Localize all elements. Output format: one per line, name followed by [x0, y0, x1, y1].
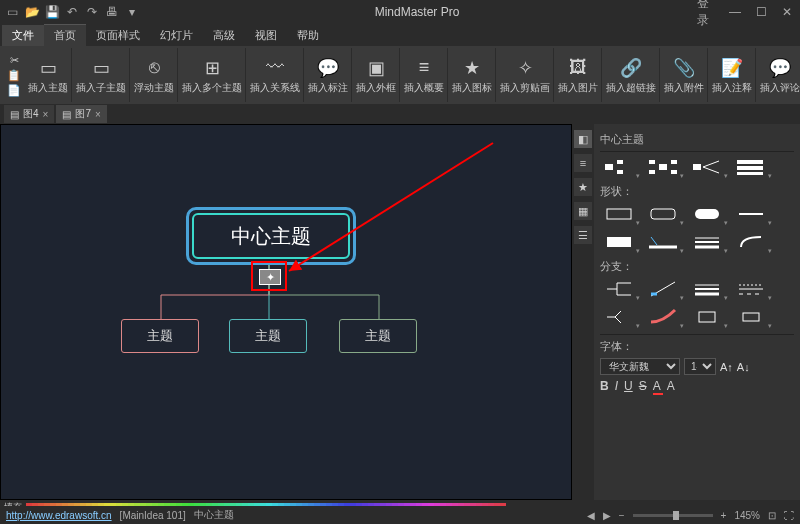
- line-style[interactable]: [688, 231, 726, 253]
- corner-style[interactable]: [732, 231, 770, 253]
- shape-pill[interactable]: [688, 203, 726, 225]
- layout-preset-4[interactable]: [732, 156, 770, 178]
- font-shrink-icon[interactable]: A↓: [737, 361, 750, 373]
- subtopic-2[interactable]: 主题: [229, 319, 307, 353]
- branch-7[interactable]: [688, 306, 726, 328]
- close-tab-icon[interactable]: ×: [43, 109, 49, 120]
- minimize-icon[interactable]: —: [726, 5, 744, 19]
- svg-rect-30: [743, 313, 759, 321]
- login-button[interactable]: 登录: [694, 0, 712, 29]
- quick-access-toolbar: ▭ 📂 💾 ↶ ↷ 🖶 ▾: [4, 4, 140, 20]
- underline-button[interactable]: U: [624, 379, 633, 393]
- layout-preset-2[interactable]: [644, 156, 682, 178]
- cut-icon[interactable]: ✂: [5, 53, 23, 67]
- ribbon-insert-boundary[interactable]: ▣插入外框: [353, 48, 400, 102]
- svg-rect-7: [671, 160, 677, 164]
- open-icon[interactable]: 📂: [24, 4, 40, 20]
- ribbon-insert-summary[interactable]: ≡插入概要: [401, 48, 448, 102]
- ribbon-insert-clipart[interactable]: ✧插入剪贴画: [497, 48, 554, 102]
- layout-preset-1[interactable]: [600, 156, 638, 178]
- ribbon-insert-note[interactable]: 📝插入注释: [709, 48, 756, 102]
- copy-icon[interactable]: 📋: [5, 68, 23, 82]
- ribbon-insert-multi[interactable]: ⊞插入多个主题: [179, 48, 246, 102]
- highlight-button[interactable]: A: [667, 379, 675, 393]
- layout-preset-3[interactable]: [688, 156, 726, 178]
- sidetab-clipart-icon[interactable]: ▦: [574, 202, 592, 220]
- font-grow-icon[interactable]: A↑: [720, 361, 733, 373]
- branch-5[interactable]: [600, 306, 638, 328]
- ribbon-insert-attachment[interactable]: 📎插入附件: [661, 48, 708, 102]
- branch-4[interactable]: [732, 278, 770, 300]
- font-color-button[interactable]: A: [653, 379, 661, 393]
- file-tab[interactable]: 文件: [2, 25, 44, 46]
- side-panel: ◧ ≡ ★ ▦ ☰ 中心主题 形状：: [572, 124, 800, 500]
- ribbon-insert-topic[interactable]: ▭插入主题: [25, 48, 72, 102]
- menu-tab-slides[interactable]: 幻灯片: [150, 25, 203, 46]
- relation-icon: 〰: [263, 56, 287, 80]
- undo-icon[interactable]: ↶: [64, 4, 80, 20]
- zoom-slider[interactable]: [633, 514, 713, 517]
- fill-color[interactable]: [600, 231, 638, 253]
- bold-button[interactable]: B: [600, 379, 609, 393]
- font-label: 字体：: [600, 339, 794, 354]
- branch-3[interactable]: [688, 278, 726, 300]
- sidetab-outline-icon[interactable]: ≡: [574, 154, 592, 172]
- ribbon-insert-picture[interactable]: 🖼插入图片: [555, 48, 602, 102]
- add-topic-handle[interactable]: ✦: [259, 269, 281, 285]
- sidepanel-header: 中心主题: [600, 132, 794, 147]
- ribbon-insert-subtopic[interactable]: ▭插入子主题: [73, 48, 130, 102]
- menu-tab-page[interactable]: 页面样式: [86, 25, 150, 46]
- zoom-in-icon[interactable]: +: [721, 510, 727, 521]
- sidetab-task-icon[interactable]: ☰: [574, 226, 592, 244]
- strike-button[interactable]: S: [639, 379, 647, 393]
- paste-icon[interactable]: 📄: [5, 83, 23, 97]
- subtopic-3[interactable]: 主题: [339, 319, 417, 353]
- nav-prev-icon[interactable]: ◀: [587, 510, 595, 521]
- new-icon[interactable]: ▭: [4, 4, 20, 20]
- shape-round[interactable]: [644, 203, 682, 225]
- save-icon[interactable]: 💾: [44, 4, 60, 20]
- italic-button[interactable]: I: [615, 379, 618, 393]
- font-size-select[interactable]: 14: [684, 358, 716, 375]
- branch-2[interactable]: [644, 278, 682, 300]
- shape-none[interactable]: [732, 203, 770, 225]
- menu-tab-help[interactable]: 帮助: [287, 25, 329, 46]
- ribbon-insert-relation[interactable]: 〰插入关系线: [247, 48, 304, 102]
- nav-next-icon[interactable]: ▶: [603, 510, 611, 521]
- menu-tab-advanced[interactable]: 高级: [203, 25, 245, 46]
- summary-icon: ≡: [412, 56, 436, 80]
- fullscreen-icon[interactable]: ⛶: [784, 510, 794, 521]
- sidetab-format-icon[interactable]: ◧: [574, 130, 592, 148]
- close-tab-icon[interactable]: ×: [95, 109, 101, 120]
- branch-1[interactable]: [600, 278, 638, 300]
- redo-icon[interactable]: ↷: [84, 4, 100, 20]
- sidetab-style-icon[interactable]: ★: [574, 178, 592, 196]
- doc-tab-2[interactable]: ▤ 图7 ×: [56, 105, 106, 123]
- topic-icon: ▭: [36, 56, 60, 80]
- menu-tab-view[interactable]: 视图: [245, 25, 287, 46]
- ribbon-insert-comment[interactable]: 💬插入评论: [757, 48, 800, 102]
- comment-icon: 💬: [768, 56, 792, 80]
- shape-rect[interactable]: [600, 203, 638, 225]
- font-family-select[interactable]: 华文新魏: [600, 358, 680, 375]
- canvas[interactable]: 中心主题 ✦ 主题 主题 主题: [0, 124, 572, 500]
- status-url[interactable]: http://www.edrawsoft.cn: [6, 510, 112, 521]
- zoom-out-icon[interactable]: −: [619, 510, 625, 521]
- ribbon-insert-callout[interactable]: 💬插入标注: [305, 48, 352, 102]
- fit-page-icon[interactable]: ⊡: [768, 510, 776, 521]
- subtopic-1[interactable]: 主题: [121, 319, 199, 353]
- close-icon[interactable]: ✕: [778, 5, 796, 19]
- central-topic[interactable]: 中心主题: [186, 207, 356, 265]
- doc-tab-1[interactable]: ▤ 图4 ×: [4, 105, 54, 123]
- qat-dropdown-icon[interactable]: ▾: [124, 4, 140, 20]
- ribbon-floating-topic[interactable]: ⎋浮动主题: [131, 48, 178, 102]
- print-icon[interactable]: 🖶: [104, 4, 120, 20]
- branch-8[interactable]: [732, 306, 770, 328]
- line-color[interactable]: [644, 231, 682, 253]
- menu-tab-home[interactable]: 首页: [44, 24, 86, 46]
- maximize-icon[interactable]: ☐: [752, 5, 770, 19]
- ribbon-insert-icon[interactable]: ★插入图标: [449, 48, 496, 102]
- ribbon-insert-hyperlink[interactable]: 🔗插入超链接: [603, 48, 660, 102]
- branch-6[interactable]: [644, 306, 682, 328]
- multi-icon: ⊞: [200, 56, 224, 80]
